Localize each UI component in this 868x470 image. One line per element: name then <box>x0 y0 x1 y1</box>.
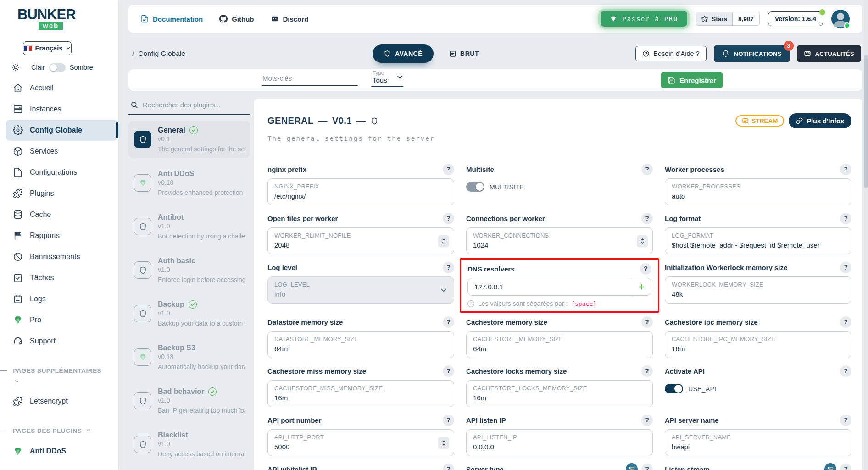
help-icon[interactable] <box>840 262 851 273</box>
setting-value-input[interactable] <box>274 240 447 250</box>
add-value-button[interactable] <box>632 278 651 295</box>
go-pro-button[interactable]: Passer à PRO <box>601 11 688 27</box>
plugin-item-backup-s3[interactable]: Backup S3 v0.18 Automatically backup you… <box>128 338 250 376</box>
setting-value-input[interactable] <box>672 344 845 354</box>
setting-value-input[interactable] <box>274 191 447 201</box>
text-input[interactable]: CACHESTORE_IPC_MEMORY_SIZE <box>665 331 851 358</box>
sidebar-item-bannissements[interactable]: Bannissements <box>0 246 118 267</box>
sidebar-item-taches[interactable]: Tâches <box>0 267 118 288</box>
number-input[interactable]: WORKER_CONNECTIONS <box>466 227 653 254</box>
setting-value-input[interactable] <box>274 344 447 354</box>
text-input[interactable]: API_SERVER_NAME <box>665 429 851 456</box>
help-icon[interactable] <box>443 365 454 377</box>
help-icon[interactable] <box>840 365 851 377</box>
help-icon[interactable] <box>641 365 653 377</box>
help-icon[interactable] <box>840 415 851 426</box>
bunkerweb-logo[interactable]: BUNKER web <box>17 6 86 30</box>
text-input[interactable]: WORKERLOCK_MEMORY_SIZE <box>665 276 851 304</box>
multisite-toggle[interactable] <box>466 182 484 192</box>
github-stars-widget[interactable]: Stars 8,987 <box>696 12 760 26</box>
keywords-input[interactable] <box>262 74 357 82</box>
help-icon[interactable] <box>840 213 851 224</box>
setting-value-input[interactable] <box>672 191 845 201</box>
plugin-item-general[interactable]: General v0.1 The general settings for th… <box>128 121 250 158</box>
discord-link[interactable]: Discord <box>271 15 309 23</box>
chevron-down-icon[interactable] <box>85 427 91 433</box>
setting-value-input[interactable] <box>274 393 447 403</box>
log-level-select[interactable]: LOG_LEVEL info <box>267 276 454 304</box>
setting-value-input[interactable] <box>473 240 646 250</box>
save-button[interactable]: Enregistrer <box>661 72 723 88</box>
scrollbar-thumb[interactable] <box>864 55 868 188</box>
help-icon[interactable] <box>641 213 653 224</box>
sidebar-item-support[interactable]: Support <box>0 331 118 352</box>
help-icon[interactable] <box>443 213 454 224</box>
advanced-mode-button[interactable]: AVANCÉ <box>373 44 434 63</box>
more-info-button[interactable]: Plus d'Infos <box>789 113 851 128</box>
text-input[interactable]: CACHESTORE_MEMORY_SIZE <box>466 331 653 358</box>
help-icon[interactable] <box>840 464 851 470</box>
sidebar-item-pro[interactable]: Pro <box>0 310 118 331</box>
breadcrumb-label[interactable]: Config Globale <box>138 50 185 58</box>
setting-value-input[interactable] <box>274 442 447 452</box>
sidebar-item-plugins[interactable]: Plugins <box>0 183 118 204</box>
language-selector[interactable]: Français <box>23 41 72 55</box>
plugin-search-input[interactable] <box>143 101 248 109</box>
sidebar-item-configurations[interactable]: Configurations <box>0 162 118 183</box>
sidebar-item-cache[interactable]: Cache <box>0 204 118 225</box>
chevron-down-icon[interactable] <box>14 378 20 384</box>
text-input[interactable]: DATASTORE_MEMORY_SIZE <box>267 331 454 358</box>
plugin-item-bad-behavior[interactable]: Bad behavior v1.0 Ban IP generating too … <box>128 382 250 420</box>
help-icon[interactable] <box>641 316 653 328</box>
help-icon[interactable] <box>641 164 653 175</box>
setting-value-input[interactable] <box>672 442 845 452</box>
text-input[interactable]: CACHESTORE_LOCKS_MEMORY_SIZE <box>466 380 653 407</box>
documentation-link[interactable]: Documentation <box>140 15 203 23</box>
text-input[interactable]: CACHESTORE_MISS_MEMORY_SIZE <box>267 380 454 407</box>
need-help-button[interactable]: Besoin d'Aide ? <box>635 46 706 61</box>
setting-value-input[interactable] <box>474 283 625 291</box>
plugin-item-backup[interactable]: Backup v1.0 Backup your data to a custom… <box>128 295 250 332</box>
scrollbar-track[interactable] <box>864 0 868 470</box>
number-stepper[interactable] <box>438 235 449 247</box>
sidebar-item-services[interactable]: Services <box>0 141 118 162</box>
help-icon[interactable] <box>840 164 851 175</box>
text-input[interactable]: NGINX_PREFIX <box>267 178 454 205</box>
plugin-item-auth-basic[interactable]: Auth basic v1.0 Enforce login before acc… <box>128 251 250 289</box>
number-stepper[interactable] <box>637 235 648 247</box>
notifications-button[interactable]: NOTIFICATIONS 3 <box>714 45 790 62</box>
text-input[interactable]: API_LISTEN_IP <box>466 429 653 456</box>
avatar[interactable] <box>831 10 850 28</box>
help-icon[interactable] <box>840 316 851 328</box>
number-input[interactable]: WORKER_RLIMIT_NOFILE <box>267 227 454 254</box>
help-icon[interactable] <box>641 464 653 470</box>
help-icon[interactable] <box>640 263 651 275</box>
plugin-item-antibot[interactable]: Antibot v1.0 Bot detection by using a ch… <box>128 208 250 245</box>
setting-value-input[interactable] <box>473 442 646 452</box>
sidebar-item-letsencrypt[interactable]: Letsencrypt <box>0 391 118 412</box>
setting-value-input[interactable] <box>473 393 646 403</box>
help-icon[interactable] <box>641 415 653 426</box>
news-button[interactable]: ACTUALITÉS <box>797 45 861 62</box>
number-stepper[interactable] <box>438 437 449 449</box>
help-icon[interactable] <box>443 464 454 470</box>
raw-mode-button[interactable]: BRUT <box>449 50 479 57</box>
text-input[interactable]: LOG_FORMAT <box>665 227 851 254</box>
sidebar-item-instances[interactable]: Instances <box>0 99 118 120</box>
sidebar-item-config-globale[interactable]: Config Globale <box>6 120 118 141</box>
sidebar-item-logs[interactable]: Logs <box>0 288 118 310</box>
sidebar-item-rapports[interactable]: Rapports <box>0 225 118 246</box>
sidebar-item-accueil[interactable]: Accueil <box>0 77 118 99</box>
help-icon[interactable] <box>443 415 454 426</box>
setting-value-input[interactable] <box>473 344 646 354</box>
sidebar-item-anti-ddos[interactable]: Anti DDoS <box>0 441 118 462</box>
plugin-item-anti-ddos[interactable]: Anti DDoS v0.18 Provides enhanced protec… <box>128 164 250 202</box>
number-input[interactable]: API_HTTP_PORT <box>267 429 454 456</box>
use-api-toggle[interactable] <box>665 384 683 393</box>
help-icon[interactable] <box>443 164 454 175</box>
github-link[interactable]: Github <box>219 15 254 23</box>
setting-value-input[interactable] <box>672 289 845 299</box>
help-icon[interactable] <box>443 316 454 328</box>
setting-value-input[interactable] <box>672 240 845 250</box>
theme-toggle[interactable] <box>49 63 66 72</box>
